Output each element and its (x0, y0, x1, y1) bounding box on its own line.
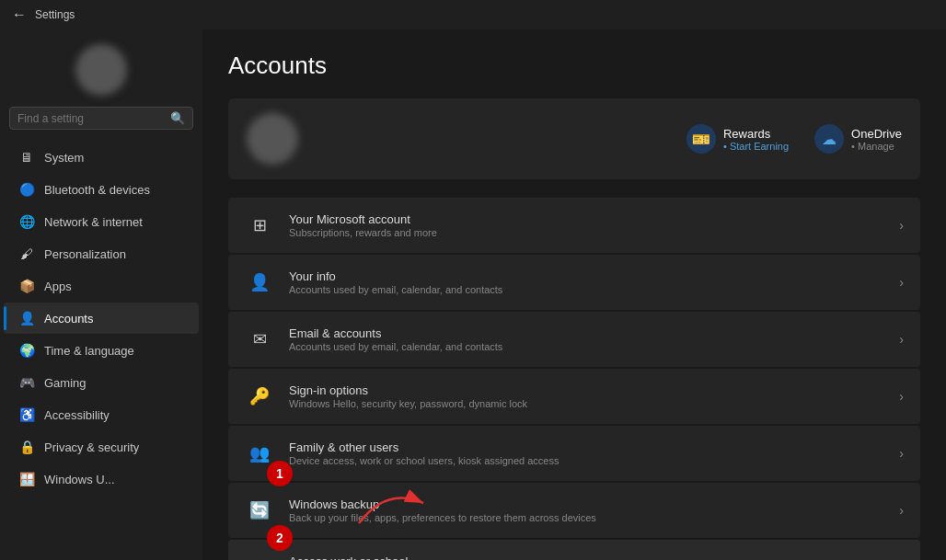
sidebar-item-time[interactable]: 🌍 Time & language (4, 335, 199, 366)
nav-icon-gaming: 🎮 (18, 374, 35, 391)
sidebar-item-privacy[interactable]: 🔒 Privacy & security (4, 431, 199, 463)
settings-icon-microsoft-account: ⊞ (245, 211, 274, 240)
chevron-icon-email-accounts: › (899, 332, 904, 347)
sidebar-item-system[interactable]: 🖥 System (4, 142, 199, 173)
nav-label-time: Time & language (44, 344, 134, 358)
nav-label-apps: Apps (44, 280, 72, 293)
onedrive-label: OneDrive (851, 127, 902, 141)
settings-desc-your-info: Accounts used by email, calendar, and co… (289, 284, 884, 295)
nav-label-accessibility: Accessibility (44, 408, 110, 422)
settings-desc-email-accounts: Accounts used by email, calendar, and co… (289, 341, 884, 352)
sidebar-item-bluetooth[interactable]: 🔵 Bluetooth & devices (4, 174, 199, 205)
nav-label-personalization: Personalization (44, 247, 126, 261)
badge-1: 1 (267, 461, 293, 486)
nav-icon-accounts: 👤 (18, 310, 35, 326)
back-button[interactable]: ← (11, 6, 28, 23)
badge-2: 2 (267, 525, 293, 551)
settings-icon-work-school: 💼 (245, 553, 274, 560)
onedrive-action[interactable]: ☁ OneDrive Manage (814, 124, 902, 154)
title-bar-title: Settings (35, 8, 75, 21)
settings-item-family[interactable]: 👥 Family & other users Device access, wo… (228, 426, 920, 481)
settings-title-work-school: Access work or school (289, 554, 884, 560)
onedrive-text: OneDrive Manage (851, 127, 902, 152)
sidebar-item-accounts[interactable]: 👤 Accounts (4, 303, 199, 334)
rewards-text: Rewards Start Earning (723, 127, 789, 152)
settings-desc-backup: Back up your files, apps, preferences to… (289, 512, 884, 523)
settings-title-your-info: Your info (289, 269, 884, 283)
sidebar-item-gaming[interactable]: 🎮 Gaming (4, 367, 199, 398)
rewards-action[interactable]: 🎫 Rewards Start Earning (686, 124, 789, 154)
settings-item-work-school[interactable]: 💼 Access work or school Organization res… (228, 540, 920, 560)
nav-icon-accessibility: ♿ (18, 406, 35, 423)
settings-desc-sign-in: Windows Hello, security key, password, d… (289, 398, 884, 409)
chevron-icon-your-info: › (899, 275, 904, 290)
nav-icon-personalization: 🖌 (18, 246, 35, 262)
account-avatar (247, 113, 298, 165)
nav-label-network: Network & internet (44, 215, 143, 229)
nav-icon-windows: 🪟 (18, 471, 35, 487)
settings-text-sign-in: Sign-in options Windows Hello, security … (289, 383, 884, 409)
settings-item-email-accounts[interactable]: ✉ Email & accounts Accounts used by emai… (228, 312, 920, 367)
sidebar-item-network[interactable]: 🌐 Network & internet (4, 206, 199, 237)
onedrive-icon: ☁ (814, 124, 844, 154)
nav-label-bluetooth: Bluetooth & devices (44, 183, 150, 197)
nav-icon-time: 🌍 (18, 342, 35, 359)
settings-item-your-info[interactable]: 👤 Your info Accounts used by email, cale… (228, 255, 920, 310)
settings-text-your-info: Your info Accounts used by email, calend… (289, 269, 884, 295)
title-bar: ← Settings (0, 0, 946, 29)
account-header: 🎫 Rewards Start Earning ☁ OneDrive Manag… (228, 98, 920, 179)
search-box[interactable]: 🔍 (9, 107, 193, 130)
settings-text-work-school: Access work or school Organization resou… (289, 554, 884, 560)
rewards-sublabel: Start Earning (723, 141, 789, 152)
nav-label-gaming: Gaming (44, 376, 87, 390)
settings-item-microsoft-account[interactable]: ⊞ Your Microsoft account Subscriptions, … (228, 198, 920, 253)
main-layout: 🔍 🖥 System 🔵 Bluetooth & devices 🌐 Netwo… (0, 29, 946, 560)
nav-label-system: System (44, 151, 84, 165)
settings-icon-your-info: 👤 (245, 268, 274, 297)
search-icon: 🔍 (170, 111, 185, 125)
nav-label-privacy: Privacy & security (44, 440, 139, 454)
settings-item-sign-in[interactable]: 🔑 Sign-in options Windows Hello, securit… (228, 369, 920, 424)
chevron-icon-family: › (899, 446, 904, 461)
chevron-icon-backup: › (899, 503, 904, 518)
sidebar-item-windows[interactable]: 🪟 Windows U... (4, 463, 199, 495)
nav-icon-system: 🖥 (18, 149, 35, 166)
settings-list: ⊞ Your Microsoft account Subscriptions, … (228, 198, 920, 560)
chevron-icon-microsoft-account: › (899, 218, 904, 233)
search-input[interactable] (17, 112, 165, 125)
nav-icon-network: 🌐 (18, 213, 35, 230)
settings-desc-family: Device access, work or school users, kio… (289, 455, 884, 466)
settings-title-sign-in: Sign-in options (289, 383, 884, 397)
content-area: Accounts 🎫 Rewards Start Earning ☁ OneDr… (202, 29, 946, 560)
onedrive-sublabel: Manage (851, 141, 902, 152)
nav-icon-privacy: 🔒 (18, 439, 35, 455)
nav-label-accounts: Accounts (44, 312, 93, 326)
settings-icon-email-accounts: ✉ (245, 325, 274, 354)
settings-title-family: Family & other users (289, 440, 884, 454)
nav-icon-apps: 📦 (18, 278, 35, 294)
account-header-right: 🎫 Rewards Start Earning ☁ OneDrive Manag… (686, 124, 902, 154)
sidebar-item-accessibility[interactable]: ♿ Accessibility (4, 399, 199, 430)
chevron-icon-sign-in: › (899, 389, 904, 404)
settings-icon-sign-in: 🔑 (245, 382, 274, 411)
settings-text-family: Family & other users Device access, work… (289, 440, 884, 466)
settings-desc-microsoft-account: Subscriptions, rewards and more (289, 227, 884, 238)
settings-text-email-accounts: Email & accounts Accounts used by email,… (289, 326, 884, 352)
settings-title-backup: Windows backup (289, 497, 884, 511)
nav-icon-bluetooth: 🔵 (18, 181, 35, 198)
settings-text-backup: Windows backup Back up your files, apps,… (289, 497, 884, 523)
nav-list: 🖥 System 🔵 Bluetooth & devices 🌐 Network… (0, 141, 202, 496)
sidebar-item-apps[interactable]: 📦 Apps (4, 270, 199, 302)
settings-item-backup[interactable]: 🔄 Windows backup Back up your files, app… (228, 483, 920, 538)
nav-label-windows: Windows U... (44, 473, 115, 486)
page-title: Accounts (228, 51, 920, 80)
rewards-label: Rewards (723, 127, 789, 141)
sidebar-item-personalization[interactable]: 🖌 Personalization (4, 238, 199, 269)
account-header-left (247, 113, 298, 165)
rewards-icon: 🎫 (686, 124, 716, 154)
sidebar: 🔍 🖥 System 🔵 Bluetooth & devices 🌐 Netwo… (0, 29, 202, 560)
settings-icon-backup: 🔄 (245, 496, 274, 525)
sidebar-avatar (75, 44, 127, 96)
settings-title-microsoft-account: Your Microsoft account (289, 212, 884, 226)
settings-title-email-accounts: Email & accounts (289, 326, 884, 340)
